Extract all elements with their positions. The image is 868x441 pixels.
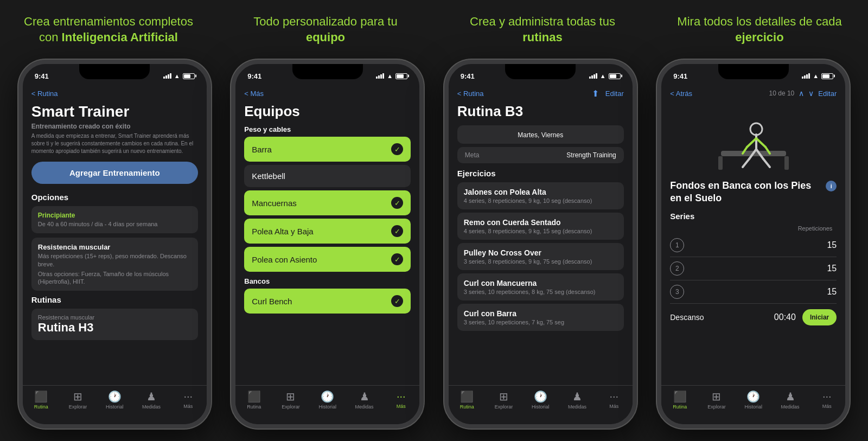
signal-icon-3	[589, 73, 597, 79]
tab-explorar-3[interactable]: ⊞ Explorar	[486, 390, 522, 410]
tab-medidas-3[interactable]: ♟ Medidas	[559, 390, 596, 410]
tab-mas-label-3: Más	[609, 404, 618, 409]
nav-back-3[interactable]: < Rutina	[457, 90, 484, 98]
add-training-button[interactable]: Agregar Entrenamiento	[31, 162, 198, 184]
equip-mancuernas[interactable]: Mancuernas ✓	[244, 190, 411, 215]
equip-polea-asiento[interactable]: Polea con Asiento ✓	[244, 247, 411, 272]
tab-rutina-3[interactable]: ⬛ Rutina	[449, 390, 486, 410]
phone-1-screen: 9:41 ▲	[23, 64, 207, 424]
rest-label: Descanso	[670, 313, 704, 322]
tab-mas-2[interactable]: ··· Más	[382, 390, 419, 409]
exercise-5[interactable]: Curl con Barra 3 series, 10 repeticiones…	[457, 304, 624, 331]
nav-back-4[interactable]: < Atrás	[670, 90, 692, 98]
reps-header: Repeticiones	[798, 225, 833, 232]
exercise-2-name: Remo con Cuerda Sentado	[464, 218, 617, 227]
screen4-content: Fondos en Banca con los Pies en el Suelo…	[661, 103, 845, 374]
set-1-number: 1	[670, 238, 684, 252]
screen2-content: Equipos Peso y cables Barra ✓ Kettlebell…	[235, 103, 419, 376]
svg-point-4	[750, 123, 762, 135]
screen3-meta-value: Strength Training	[566, 151, 616, 159]
tab-rutina-label-3: Rutina	[460, 404, 474, 410]
exercise-1-name: Jalones con Polea Alta	[464, 188, 617, 196]
nav-edit-4[interactable]: Editar	[818, 90, 837, 98]
phone-4-notch	[718, 64, 789, 79]
tab-medidas-4[interactable]: ♟ Medidas	[772, 390, 809, 410]
screen1-option2-extra: Otras opciones: Fuerza, Tamaño de los mú…	[38, 270, 192, 286]
tab-historial-2[interactable]: 🕐 Historial	[309, 390, 346, 410]
nav-back-1[interactable]: < Rutina	[31, 90, 58, 98]
set-1-reps: 15	[827, 240, 837, 250]
tab-mas-label-4: Más	[822, 404, 832, 409]
tab-medidas-1[interactable]: ♟ Medidas	[133, 390, 170, 410]
tab-medidas-label-3: Medidas	[568, 404, 586, 410]
tab-explorar-icon-2: ⊞	[286, 390, 295, 403]
screen1-option2: Resistencia muscular Más repeticiones (1…	[31, 238, 198, 291]
tab-explorar-4[interactable]: ⊞ Explorar	[698, 390, 735, 410]
caption-4-bold: ejercicio	[735, 30, 783, 44]
caption-1-text: Crea entrenamientos completos con Inteli…	[16, 14, 201, 45]
tab-rutina-icon-3: ⬛	[460, 390, 474, 403]
phone-2-notch	[292, 64, 363, 79]
equip-polea-asiento-name: Polea con Asiento	[252, 255, 317, 264]
svg-line-12	[763, 159, 770, 167]
equip-barra[interactable]: Barra ✓	[244, 137, 411, 162]
exercise-4-name: Curl con Mancuerna	[464, 279, 617, 287]
tab-explorar-2[interactable]: ⊞ Explorar	[272, 390, 309, 410]
screen3-content: Rutina B3 Martes, Viernes Meta Strength …	[449, 103, 633, 374]
nav-back-2[interactable]: < Más	[244, 90, 264, 98]
set-row-1: 1 15	[670, 234, 837, 257]
exercise-3[interactable]: Pulley No Cross Over 3 series, 8 repetic…	[457, 243, 624, 270]
svg-line-7	[756, 138, 765, 147]
screen1-description: A medida que empiezas a entrenar, Smart …	[31, 132, 198, 155]
screen2-section1-title: Peso y cables	[244, 125, 411, 133]
tab-mas-3[interactable]: ··· Más	[596, 390, 633, 409]
status-icons-4: ▲	[802, 73, 833, 79]
share-icon-3[interactable]: ⬆	[592, 88, 599, 99]
tab-explorar-label-1: Explorar	[69, 404, 87, 410]
phone-4-screen: 9:41 ▲ < At	[661, 64, 845, 424]
exercise-5-name: Curl con Barra	[464, 309, 617, 318]
info-icon-4[interactable]: i	[826, 181, 837, 191]
exercise-4[interactable]: Curl con Mancuerna 3 series, 10 repetici…	[457, 273, 624, 301]
tab-historial-icon-4: 🕐	[746, 390, 760, 403]
screen1-content: Smart Trainer Entrenamiento creado con é…	[23, 103, 207, 376]
tab-rutina-icon-2: ⬛	[247, 390, 261, 403]
screen1-routine-name: Rutina H3	[38, 321, 192, 335]
tab-rutina-4[interactable]: ⬛ Rutina	[661, 390, 698, 410]
tab-explorar-1[interactable]: ⊞ Explorar	[60, 390, 97, 410]
screen1-routines-title: Rutinas	[31, 295, 198, 304]
tab-medidas-icon-4: ♟	[786, 390, 795, 403]
tab-mas-1[interactable]: ··· Más	[170, 390, 207, 409]
equip-curl-bench[interactable]: Curl Bench ✓	[244, 289, 411, 314]
set-3-reps: 15	[827, 287, 837, 297]
tab-rutina-label-4: Rutina	[673, 404, 687, 410]
wifi-icon-4: ▲	[813, 73, 819, 79]
nav-next-icon[interactable]: ∨	[808, 89, 814, 98]
screen1-option1-desc: De 40 a 60 minutos / día - 4 días por se…	[38, 220, 192, 228]
tab-historial-1[interactable]: 🕐 Historial	[96, 390, 133, 410]
equip-polea-alta[interactable]: Polea Alta y Baja ✓	[244, 219, 411, 244]
tab-historial-icon-2: 🕐	[321, 390, 334, 403]
tab-medidas-2[interactable]: ♟ Medidas	[346, 390, 383, 410]
exercise-2[interactable]: Remo con Cuerda Sentado 4 series, 8 repe…	[457, 213, 624, 240]
tab-historial-icon-1: 🕐	[108, 390, 122, 403]
tab-historial-4[interactable]: 🕐 Historial	[735, 390, 772, 410]
tab-explorar-icon-3: ⊞	[499, 390, 508, 403]
tab-explorar-label-4: Explorar	[707, 404, 726, 410]
nav-edit-3[interactable]: Editar	[605, 90, 624, 98]
screen3-days-card: Martes, Viernes	[457, 125, 624, 144]
set-2-number: 2	[670, 261, 684, 276]
equip-kettlebell[interactable]: Kettlebell	[244, 165, 411, 187]
screen1-option1-label: Principiante	[38, 212, 192, 219]
tab-rutina-2[interactable]: ⬛ Rutina	[235, 390, 272, 410]
exercise-1[interactable]: Jalones con Polea Alta 4 series, 8 repet…	[457, 182, 624, 209]
set-row-3: 3 15	[670, 280, 837, 304]
tab-medidas-label-4: Medidas	[781, 404, 800, 410]
status-icons-3: ▲	[589, 73, 621, 79]
tab-mas-4[interactable]: ··· Más	[808, 390, 845, 409]
start-button[interactable]: Iniciar	[802, 309, 837, 325]
tab-rutina-1[interactable]: ⬛ Rutina	[23, 390, 60, 410]
nav-prev-icon[interactable]: ∧	[799, 89, 804, 98]
tab-rutina-icon-1: ⬛	[34, 390, 48, 403]
tab-historial-3[interactable]: 🕐 Historial	[522, 390, 559, 410]
